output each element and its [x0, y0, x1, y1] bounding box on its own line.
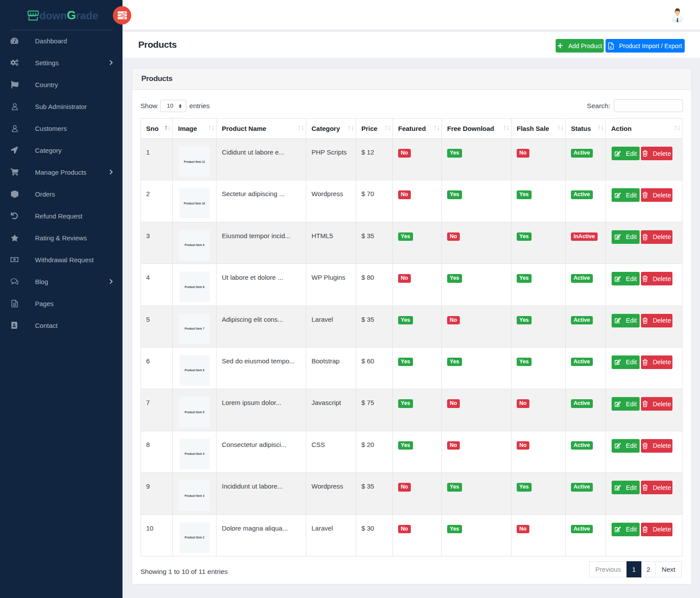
- svg-text:x: x: [610, 45, 612, 49]
